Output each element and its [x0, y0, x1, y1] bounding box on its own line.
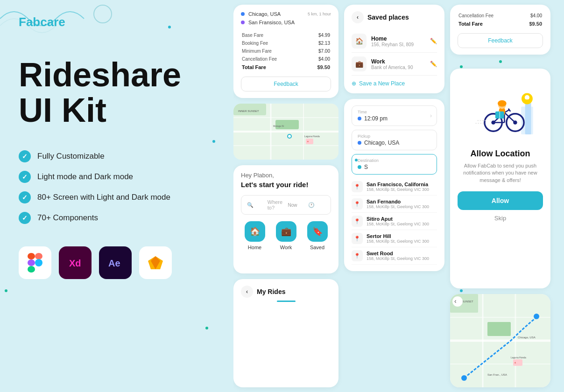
rides-title: My Rides	[257, 288, 285, 295]
ae-icon: Ae	[99, 246, 132, 279]
search-results: 📍 San Francisco, California 158, McKillp…	[352, 178, 437, 265]
allow-location-card: Allow Location Allow FabCab to send you …	[450, 69, 550, 288]
result-info: San Francisco, California 158, McKillp S…	[367, 182, 429, 192]
pin-icon: 📍	[352, 250, 363, 261]
place-info: Home 156, Reyhan SI, 809	[371, 35, 425, 47]
save-new-label: Save a New Place	[359, 80, 405, 87]
destination-label: Destination	[358, 158, 431, 163]
time-value: 12:09 pm	[364, 115, 388, 122]
svg-point-42	[525, 95, 529, 100]
svg-rect-3	[28, 266, 35, 273]
location-input-card: Time 12:09 pm › Pickup Chicago, USA Dest…	[344, 99, 444, 271]
allow-title: Allow Location	[458, 149, 543, 159]
hero-title: Rideshare UI Kit	[19, 57, 215, 128]
place-address: Bank of America, 90	[371, 65, 425, 70]
place-item-home: 🏠 Home 156, Reyhan SI, 809 ✏️	[352, 30, 437, 53]
shortcut-home[interactable]: 🏠 Home	[245, 221, 265, 250]
table-row: Base Fare $4.99	[242, 32, 330, 39]
svg-rect-0	[28, 253, 35, 259]
table-row: Cancellation Fee $4.00	[458, 12, 542, 19]
column-3: Cancellation Fee $4.00 Total Fare $9.50 …	[450, 5, 550, 387]
total-row: Total Fare $9.50	[242, 63, 330, 71]
svg-point-20	[288, 135, 291, 138]
rides-indicator	[277, 301, 296, 302]
svg-text:Chicago, USA: Chicago, USA	[518, 336, 536, 339]
svg-text:Laguna Honda: Laguna Honda	[511, 356, 526, 359]
allow-description: Allow FabCab to send you push notificati…	[458, 162, 543, 184]
deco-dot	[5, 289, 7, 292]
svg-text:Ae: Ae	[108, 258, 120, 268]
skip-link[interactable]: Skip	[458, 215, 543, 222]
search-icon: 🔍	[247, 202, 264, 208]
total-row: Total Fare $9.50	[458, 20, 542, 28]
back-button[interactable]: ‹	[352, 11, 364, 23]
deco-dot	[460, 289, 463, 292]
features-list: Fully Customizable Light mode and Dark m…	[19, 150, 215, 224]
pickup-dot	[358, 141, 361, 145]
search-placeholder: Where to?	[268, 199, 284, 210]
panels-area: Chicago, USA 5 km, 1 hour San Fransisco,…	[233, 0, 564, 392]
svg-point-38	[498, 100, 507, 107]
rides-header: ‹ My Rides	[241, 286, 331, 298]
svg-text:+: +	[514, 361, 516, 365]
saved-shortcut-label: Saved	[310, 245, 324, 250]
svg-text:San Fran., USA: San Fran., USA	[487, 373, 507, 376]
check-icon	[19, 212, 31, 224]
result-info: San Fernando 158, McKillp St, Geelong VI…	[367, 199, 429, 209]
destination-field[interactable]: Destination S	[352, 154, 437, 175]
pickup-field[interactable]: Pickup Chicago, USA	[352, 130, 437, 150]
edit-icon[interactable]: ✏️	[430, 38, 437, 44]
svg-point-4	[35, 259, 42, 266]
result-item[interactable]: 📍 Sertor Hill 158, McKillp St, Geelong V…	[352, 230, 437, 247]
my-rides-card: ‹ My Rides	[233, 279, 338, 387]
pin-icon: 📍	[352, 233, 363, 244]
table-row: Booking Fee $2.13	[242, 40, 330, 47]
svg-line-35	[508, 109, 510, 112]
deco-dot	[205, 327, 208, 329]
result-item[interactable]: 📍 San Fernando 158, McKillp St, Geelong …	[352, 196, 437, 213]
result-info: Sertor Hill 158, McKillp St, Geelong VIC…	[367, 233, 429, 244]
time-field[interactable]: Time 12:09 pm ›	[352, 105, 437, 126]
result-item[interactable]: 📍 San Francisco, California 158, McKillp…	[352, 178, 437, 196]
place-item-work: 💼 Work Bank of America, 90 ✏️	[352, 53, 437, 76]
saved-places-title: Saved places	[367, 14, 409, 21]
svg-rect-2	[28, 259, 35, 266]
saved-places-card: ‹ Saved places 🏠 Home 156, Reyhan SI, 80…	[344, 5, 444, 93]
column-1: Chicago, USA 5 km, 1 hour San Fransisco,…	[233, 5, 338, 387]
deco-wave	[0, 0, 103, 37]
svg-point-54	[461, 375, 467, 381]
result-info: Swet Rood 158, McKillp St, Geelong VIC 3…	[367, 251, 429, 261]
check-icon	[19, 191, 31, 203]
map-card-bottom: INNER SUNSET Chicago, USA San Fran., USA…	[450, 294, 550, 387]
result-item[interactable]: 📍 Swet Rood 158, McKillp St, Geelong VIC…	[352, 247, 437, 265]
svg-text:Moraga St: Moraga St	[273, 125, 284, 127]
pickup-label: Pickup	[358, 134, 431, 139]
shortcuts-row: 🏠 Home 💼 Work 🔖 Saved	[241, 221, 331, 250]
deco-dot	[499, 60, 502, 63]
result-item[interactable]: 📍 Sitiro Aput 158, McKillp St, Geelong V…	[352, 213, 437, 230]
left-panel: Fabcare Rideshare UI Kit Fully Customiza…	[0, 0, 233, 392]
svg-rect-25	[525, 103, 531, 134]
back-button[interactable]: ‹	[241, 286, 253, 298]
table-row: Cancellation Fee $4.00	[242, 56, 330, 63]
feedback-button-right[interactable]: Feedback	[458, 33, 543, 48]
route-from: Chicago, USA 5 km, 1 hour	[241, 11, 331, 17]
shortcut-saved[interactable]: 🔖 Saved	[307, 221, 328, 250]
route-to: San Fransisco, USA	[241, 20, 331, 25]
check-icon	[19, 150, 31, 162]
deco-dot	[355, 159, 358, 161]
shortcut-work[interactable]: 💼 Work	[276, 221, 296, 250]
svg-text:‹: ‹	[454, 297, 457, 305]
allow-button[interactable]: Allow	[458, 191, 543, 210]
to-dot	[241, 21, 245, 24]
xd-icon: Xd	[59, 246, 92, 279]
save-new-button[interactable]: ⊕ Save a New Place	[352, 80, 437, 87]
work-shortcut-label: Work	[280, 245, 292, 250]
clock-icon: 🕐	[308, 202, 325, 208]
saved-shortcut-icon: 🔖	[307, 221, 328, 242]
edit-icon[interactable]: ✏️	[430, 61, 437, 67]
feedback-button[interactable]: Feedback	[241, 77, 331, 91]
sketch-icon	[139, 246, 172, 279]
search-bar[interactable]: 🔍 Where to? Now 🕐	[241, 195, 331, 215]
delivery-illustration	[458, 78, 543, 143]
